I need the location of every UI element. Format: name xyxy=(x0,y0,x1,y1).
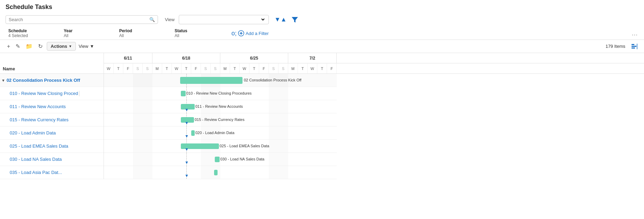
task-name-030[interactable]: 030 - Load NA Sales Data xyxy=(10,157,62,162)
gantt-view-toggle[interactable] xyxy=(631,43,638,50)
search-icon: 🔍 xyxy=(149,17,155,22)
gantt-day-label: T xyxy=(162,63,172,73)
task-name-010[interactable]: 010 - Review New Closing Proced xyxy=(10,91,78,96)
task-name-015[interactable]: 015 - Review Currency Rates xyxy=(10,117,69,122)
task-row-030: 030 - Load NA Sales Data xyxy=(0,153,104,166)
filter-year-label: Year xyxy=(64,28,114,33)
task-name-011[interactable]: 011 - Review New Accounts xyxy=(10,104,66,109)
task-name-020[interactable]: 020 - Load Admin Data xyxy=(10,130,56,135)
dependency-arrow: ▼ xyxy=(185,147,189,152)
collapse-icon[interactable]: ▼ xyxy=(1,78,5,82)
gantt-week-label: 6/18 xyxy=(152,53,220,63)
task-row-010: 010 - Review New Closing Proced │ xyxy=(0,87,104,100)
filter-year-value: All xyxy=(64,33,114,38)
folder-button[interactable]: 📁 xyxy=(24,42,34,50)
page: Schedule Tasks 🔍 View ▼▲ Schedule 4 Sele… xyxy=(0,0,644,219)
actions-button[interactable]: Actions ▼ xyxy=(47,42,76,51)
svg-marker-0 xyxy=(292,17,298,23)
view-select[interactable] xyxy=(182,17,266,23)
task-name-025[interactable]: 025 - Load EMEA Sales Data xyxy=(10,143,68,149)
more-options-button[interactable]: … xyxy=(632,30,638,37)
gantt-day-label: T xyxy=(317,63,327,73)
gantt-row-t3: 011 - Review New Accounts▼ xyxy=(104,100,337,113)
resize-handle-010[interactable]: │ xyxy=(78,87,80,100)
gantt-row-t7: 030 - Load NA Sales Data▼ xyxy=(104,153,337,166)
gantt-day-label: F xyxy=(191,63,201,73)
actions-caret-icon: ▼ xyxy=(69,44,72,48)
page-title: Schedule Tasks xyxy=(0,0,644,14)
gantt-day-label: W xyxy=(104,63,114,73)
task-row-parent-1: ▼ 02 Consolidation Process Kick Off xyxy=(0,74,104,87)
view-caret-icon: ▼ xyxy=(90,44,94,49)
funnel-icon[interactable] xyxy=(291,16,299,24)
gantt-bar-label-t6: 025 - Load EMEA Sales Data xyxy=(220,144,269,148)
svg-rect-5 xyxy=(632,46,636,47)
gantt-right-panel: 6/116/186/257/2WTFSSMTWTFSSMTWTFSSMTWTF … xyxy=(104,53,644,179)
gantt-row-t8: ▼ xyxy=(104,166,337,179)
gantt-row-t4: 015 - Review Currency Rates▼ xyxy=(104,113,337,126)
gantt-container: Name ▼ 02 Consolidation Process Kick Off… xyxy=(0,53,644,179)
gantt-day-label: T xyxy=(298,63,308,73)
dependency-arrow: ▼ xyxy=(185,121,189,125)
filter-status: Status All xyxy=(172,28,227,38)
filter-schedule-value: 4 Selected xyxy=(8,33,58,38)
gantt-name-header: Name xyxy=(0,53,104,74)
view-button[interactable]: View ▼ xyxy=(79,44,94,49)
add-button[interactable]: + xyxy=(6,43,11,50)
task-row-011: 011 - Review New Accounts xyxy=(0,100,104,113)
gantt-day-label: F xyxy=(259,63,269,73)
gantt-week-label: 6/11 xyxy=(104,53,152,63)
task-row-015: 015 - Review Currency Rates xyxy=(0,113,104,126)
gantt-row-t2: 010 - Review New Closing Procedures xyxy=(104,87,337,100)
dependency-arrow: ▼ xyxy=(185,160,189,165)
gantt-chart-body: 02 Consolidation Process Kick Off010 - R… xyxy=(104,74,644,179)
filter-period: Period All xyxy=(116,28,172,38)
search-row: 🔍 View ▼▲ xyxy=(0,14,644,27)
task-name-parent-1[interactable]: 02 Consolidation Process Kick Off xyxy=(7,78,80,83)
gantt-bar-label-t2: 010 - Review New Closing Procedures xyxy=(186,91,252,95)
actions-label: Actions xyxy=(51,44,67,49)
filter-row: Schedule 4 Selected Year All Period All … xyxy=(0,27,644,40)
plus-circle-icon: o; xyxy=(231,30,237,37)
task-name-035[interactable]: 035 - Load Asia Pac Dat... xyxy=(10,170,62,175)
gantt-bar-t7 xyxy=(215,157,220,162)
view-label: View xyxy=(165,17,175,22)
edit-button[interactable]: ✎ xyxy=(14,42,21,50)
dependency-arrow: ▼ xyxy=(185,173,189,178)
gantt-day-label: W xyxy=(172,63,182,73)
gantt-bar-label-t3: 011 - Review New Accounts xyxy=(195,104,243,108)
filter-schedule-label: Schedule xyxy=(8,28,58,33)
gantt-day-label: T xyxy=(249,63,259,73)
gantt-day-label: M xyxy=(152,63,162,73)
gantt-day-label: S xyxy=(279,63,288,73)
dependency-arrow: ▼ xyxy=(185,107,189,112)
gantt-week-label: 6/25 xyxy=(220,53,288,63)
task-row-025: 025 - Load EMEA Sales Data xyxy=(0,140,104,153)
add-filter-button[interactable]: o; Add a Filter xyxy=(231,30,269,37)
task-row-035: 035 - Load Asia Pac Dat... xyxy=(0,166,104,179)
gantt-day-label: M xyxy=(288,63,298,73)
add-filter-label: Add a Filter xyxy=(246,31,268,36)
gantt-bar-label-t5: 020 - Load Admin Data xyxy=(195,131,235,135)
search-input[interactable] xyxy=(9,17,148,22)
gantt-day-label: M xyxy=(220,63,230,73)
add-filter-icon xyxy=(238,30,244,36)
refresh-button[interactable]: ↻ xyxy=(37,42,44,50)
gantt-day-label: W xyxy=(308,63,317,73)
gantt-bar-t1 xyxy=(180,77,242,84)
gantt-day-label: F xyxy=(327,63,337,73)
gantt-bar-label-t7: 030 - Load NA Sales Data xyxy=(220,157,264,161)
filter-period-value: All xyxy=(119,33,169,38)
search-box-wrap: 🔍 xyxy=(6,15,158,24)
view-select-wrap[interactable] xyxy=(179,15,269,24)
dependency-arrow: ▼ xyxy=(185,134,189,139)
filter-icon[interactable]: ▼▲ xyxy=(274,16,287,23)
gantt-day-label: W xyxy=(240,63,249,73)
gantt-day-label: T xyxy=(182,63,191,73)
gantt-day-label: F xyxy=(123,63,133,73)
gantt-row-t5: 020 - Load Admin Data▼ xyxy=(104,126,337,140)
svg-rect-6 xyxy=(632,47,635,49)
gantt-day-label: T xyxy=(114,63,123,73)
gantt-week-label: 7/2 xyxy=(288,53,337,63)
gantt-left-panel: Name ▼ 02 Consolidation Process Kick Off… xyxy=(0,53,104,179)
